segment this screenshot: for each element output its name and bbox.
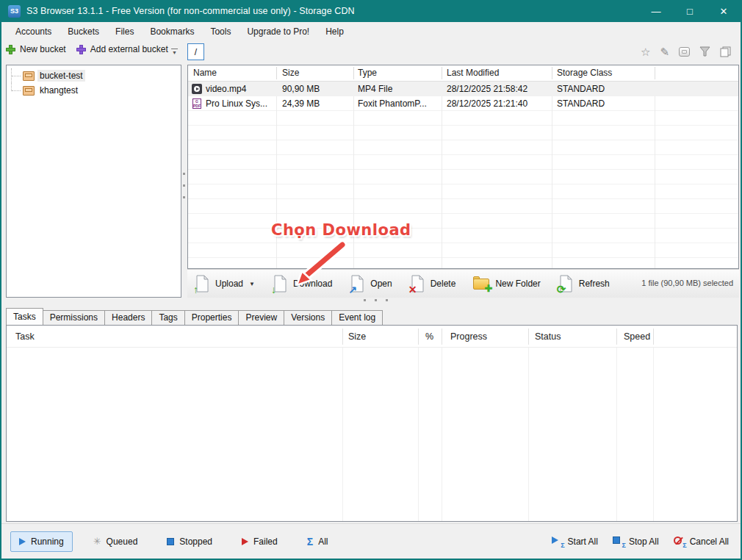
tab-permissions[interactable]: Permissions (43, 310, 105, 325)
column-type[interactable]: Type (358, 68, 377, 78)
path-input[interactable]: / (187, 43, 204, 60)
list-toolbar-icons: ☆ ✎ (641, 43, 732, 60)
file-name: Pro Linux Sys... (206, 98, 267, 109)
column-task-size[interactable]: Size (348, 331, 366, 342)
stop-all-button[interactable]: Σ Stop All (613, 536, 659, 547)
minimize-button[interactable]: — (639, 0, 673, 22)
file-storage-class: STANDARD (557, 98, 605, 109)
column-name[interactable]: Name (193, 68, 217, 78)
tab-preview[interactable]: Preview (238, 310, 284, 325)
delete-label: Delete (431, 279, 456, 289)
file-row-pdf[interactable]: GPDF Pro Linux Sys... 24,39 MB Foxit Pha… (188, 96, 738, 111)
tab-tags[interactable]: Tags (151, 310, 184, 325)
tasks-header: Task Size % Progress Status Speed (7, 326, 737, 348)
annotation-text: Chọn Download (271, 221, 411, 239)
all-label: All (318, 536, 328, 547)
column-progress[interactable]: Progress (450, 331, 487, 342)
stop-all-label: Stop All (629, 536, 659, 547)
horizontal-splitter[interactable] (364, 299, 388, 301)
running-label: Running (31, 536, 64, 547)
annotation-arrow-icon (287, 240, 356, 291)
file-list-body: video.mp4 90,90 MB MP4 File 28/12/2025 2… (188, 82, 738, 268)
window-title: S3 Browser 13.1.1 - Free Version (for no… (26, 6, 355, 16)
file-name: video.mp4 (206, 84, 246, 94)
queued-label: Queued (107, 536, 138, 547)
cancel-all-icon: Σ (674, 536, 685, 547)
tasks-panel: Task Size % Progress Status Speed (6, 325, 738, 522)
filter-stopped-button[interactable]: Stopped (158, 531, 221, 552)
filter-queued-button[interactable]: ✳ Queued (84, 531, 147, 552)
refresh-icon: ⟳ (558, 275, 574, 292)
filter-funnel-icon[interactable] (699, 46, 710, 57)
delete-icon: ✕ (410, 275, 426, 292)
filter-all-button[interactable]: Σ All (298, 531, 337, 552)
refresh-button[interactable]: ⟳ Refresh (558, 275, 610, 292)
tab-properties[interactable]: Properties (184, 310, 239, 325)
column-percent[interactable]: % (425, 331, 433, 342)
copy-pages-icon[interactable] (720, 46, 732, 57)
open-label: Open (370, 279, 392, 289)
add-external-bucket-button[interactable]: Add external bucket (76, 44, 168, 54)
title-bar: S3 S3 Browser 13.1.1 - Free Version (for… (1, 0, 741, 22)
new-folder-icon: ✚ (473, 276, 491, 291)
running-play-icon (19, 538, 26, 545)
file-type: Foxit PhantomP... (358, 98, 427, 109)
menu-tools[interactable]: Tools (202, 22, 239, 42)
column-speed[interactable]: Speed (624, 331, 650, 342)
column-last-modified[interactable]: Last Modified (447, 68, 499, 78)
task-filter-bar: Running ✳ Queued Stopped Failed Σ All (1, 523, 741, 559)
bucket-name: bucket-test (37, 70, 85, 82)
column-task[interactable]: Task (15, 331, 35, 342)
failed-play-icon (242, 538, 248, 545)
file-storage-class: STANDARD (557, 84, 605, 94)
stop-all-icon: Σ (613, 536, 624, 547)
menu-buckets[interactable]: Buckets (60, 22, 107, 42)
column-size[interactable]: Size (282, 68, 299, 78)
file-modified: 28/12/2025 21:58:42 (447, 84, 527, 94)
green-plus-icon (6, 45, 15, 54)
filter-running-button[interactable]: Running (10, 531, 73, 552)
failed-label: Failed (253, 536, 278, 547)
column-status[interactable]: Status (535, 331, 561, 342)
menu-bookmarks[interactable]: Bookmarks (142, 22, 202, 42)
tab-versions[interactable]: Versions (284, 310, 332, 325)
new-bucket-button[interactable]: New bucket (6, 44, 66, 54)
menu-files[interactable]: Files (107, 22, 142, 42)
tab-event-log[interactable]: Event log (331, 310, 383, 325)
tab-tasks[interactable]: Tasks (6, 308, 43, 325)
menu-accounts[interactable]: Accounts (7, 22, 60, 42)
upload-dropdown-caret-icon: ▼ (249, 281, 255, 287)
tab-headers[interactable]: Headers (104, 310, 152, 325)
pdf-icon: GPDF (192, 98, 201, 109)
new-folder-button[interactable]: ✚ New Folder (473, 276, 540, 291)
close-button[interactable]: ✕ (707, 0, 741, 22)
file-list-header: Name Size Type Last Modified Storage Cla… (188, 65, 738, 82)
toolbar-overflow-icon[interactable]: ▼ (171, 49, 178, 56)
column-storage-class[interactable]: Storage Class (557, 68, 612, 78)
app-icon: S3 (8, 5, 21, 18)
view-button-icon[interactable] (679, 47, 690, 57)
delete-button[interactable]: ✕ Delete (410, 275, 456, 292)
file-actions-toolbar: ↑ Upload ▼ ↓ Download ↗ Open ✕ Delete (187, 269, 739, 298)
menu-help[interactable]: Help (317, 22, 352, 42)
favorites-star-icon[interactable]: ☆ (641, 46, 650, 57)
tree-item-khangtest[interactable]: khangtest (7, 83, 181, 98)
tree-item-bucket-test[interactable]: bucket-test (7, 68, 181, 83)
refresh-label: Refresh (579, 279, 610, 289)
file-row-video[interactable]: video.mp4 90,90 MB MP4 File 28/12/2025 2… (188, 82, 738, 96)
bottom-tabs: Tasks Permissions Headers Tags Propertie… (6, 308, 382, 325)
file-modified: 28/12/2025 21:21:40 (447, 98, 527, 109)
menu-upgrade[interactable]: Upgrade to Pro! (239, 22, 317, 42)
app-window: S3 S3 Browser 13.1.1 - Free Version (for… (0, 0, 742, 560)
filter-failed-button[interactable]: Failed (233, 531, 287, 552)
upload-button[interactable]: ↑ Upload ▼ (195, 275, 255, 292)
maximize-button[interactable]: □ (673, 0, 707, 22)
tasks-body (7, 348, 737, 521)
start-all-button[interactable]: Σ Start All (552, 536, 598, 547)
purple-plus-icon (76, 45, 86, 54)
new-bucket-label: New bucket (20, 44, 66, 54)
vertical-splitter[interactable] (183, 163, 186, 208)
file-size: 24,39 MB (282, 98, 320, 109)
edit-pencil-icon[interactable]: ✎ (660, 46, 669, 57)
cancel-all-button[interactable]: Σ Cancel All (674, 536, 729, 547)
